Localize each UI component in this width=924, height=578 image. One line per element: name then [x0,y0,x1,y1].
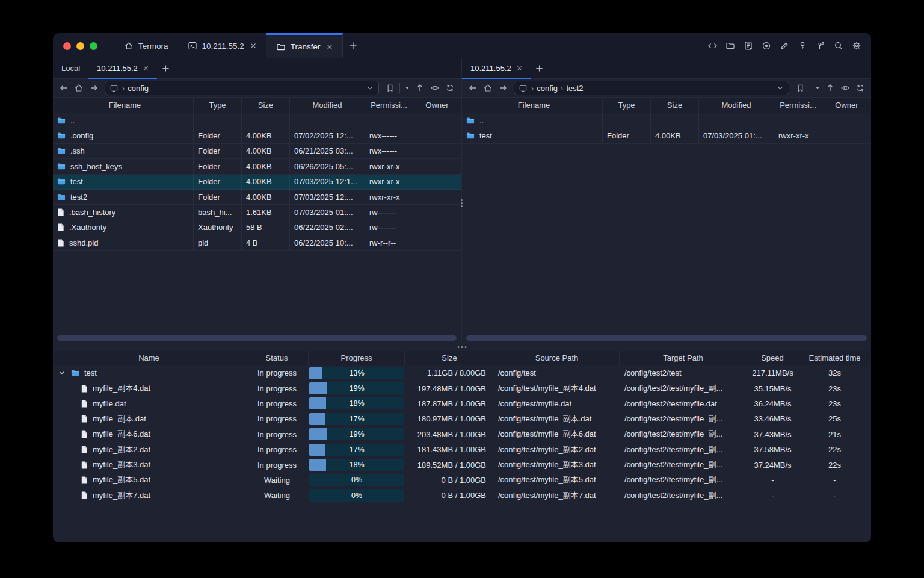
minimize-window-button[interactable] [76,42,84,50]
log-icon[interactable] [741,39,756,53]
tab-host[interactable]: 10.211.55.2 [178,33,266,58]
transfer-row[interactable]: myfile_副本4.datIn progress19%197.48MB / 1… [53,381,871,396]
settings-icon[interactable] [849,39,864,53]
file-row[interactable]: ssh_host_keysFolder4.00KB06/26/2025 05:.… [53,159,461,174]
column-header[interactable]: Modified [290,98,365,113]
column-header[interactable]: Target Path [620,351,747,365]
eye-icon[interactable] [428,81,442,95]
file-row[interactable]: testFolder4.00KB07/03/2025 12:1...rwxr-x… [53,175,461,190]
tab-local[interactable]: Local [53,58,88,78]
file-row[interactable]: .. [462,113,871,128]
transfer-row[interactable]: myfile_副本6.datIn progress19%203.48MB / 1… [53,427,871,442]
transfer-row[interactable]: myfile.datIn progress18%187.87MB / 1.00G… [53,396,871,411]
column-header[interactable]: Modified [699,98,774,113]
transfer-row[interactable]: myfile_副本2.datIn progress17%181.43MB / 1… [53,442,871,457]
column-header[interactable]: Progress [309,351,405,365]
file-row[interactable]: .XauthorityXauthority58 B06/22/2025 02:.… [53,220,461,235]
close-icon[interactable] [250,43,256,49]
horizontal-scrollbar[interactable] [57,335,457,341]
refresh-icon[interactable] [443,81,457,95]
path-input[interactable]: ›config›test2 [514,81,789,95]
caret-down-icon[interactable] [403,81,411,95]
chevron-down-icon[interactable] [58,369,66,377]
home-icon[interactable] [481,81,494,95]
column-header[interactable]: Filename [462,98,603,113]
tab-remote-host[interactable]: 10.211.55.2 [462,58,531,78]
record-icon[interactable] [759,39,774,53]
search-icon[interactable] [831,39,846,53]
column-header[interactable]: Type [194,98,242,113]
column-header[interactable]: Type [603,98,651,113]
transfer-row[interactable]: testIn progress13%1.11GB / 8.00GB/config… [53,365,871,381]
column-header[interactable]: Permissi... [365,98,413,113]
transfer-name: myfile.dat [93,399,126,408]
tab-transfer[interactable]: Transfer [266,33,343,58]
column-header[interactable]: Size [242,98,290,113]
file-row[interactable]: .configFolder4.00KB07/02/2025 12:...rwx-… [53,128,461,143]
column-header[interactable]: Source Path [494,351,620,365]
eye-icon[interactable] [839,81,852,95]
file-row[interactable]: .. [53,113,461,128]
close-window-button[interactable] [63,42,71,50]
back-icon[interactable] [466,81,479,95]
transfer-row[interactable]: myfile_副本5.datWaiting0%0 B / 1.00GB/conf… [53,473,871,488]
file-row[interactable]: testFolder4.00KB07/03/2025 01:...rwxr-xr… [462,128,871,143]
home-icon[interactable] [72,81,85,95]
tab-termora[interactable]: Termora [114,33,178,58]
transfer-row[interactable]: myfile_副本.datIn progress17%180.97MB / 1.… [53,411,871,426]
horizontal-scrollbar[interactable] [466,335,867,341]
file-row[interactable]: sshd.pidpid4 B06/22/2025 10:...rw-r--r-- [53,235,461,250]
new-panel-tab-button[interactable] [157,58,175,78]
caret-down-icon[interactable] [813,81,822,95]
path-input[interactable]: ›config [105,81,379,95]
new-tab-button[interactable] [343,33,363,58]
upload-icon[interactable] [413,81,427,95]
code-icon[interactable] [705,39,719,53]
column-header[interactable]: Estimated time [798,351,871,365]
folder-icon[interactable] [723,39,738,53]
column-header[interactable]: Size [651,98,699,113]
chevron-down-icon[interactable] [776,84,784,92]
column-header[interactable]: Owner [413,98,461,113]
transfer-row[interactable]: myfile_副本7.datWaiting0%0 B / 1.00GB/conf… [53,488,871,503]
file-row[interactable]: .sshFolder4.00KB06/21/2025 03:...rwx----… [53,144,461,159]
chevron-down-icon[interactable] [366,84,374,92]
close-icon[interactable] [143,66,149,71]
column-header[interactable]: Owner [822,98,871,113]
column-header[interactable]: Name [53,351,245,365]
progress-bar: 0% [309,489,404,502]
refresh-icon[interactable] [854,81,867,95]
new-panel-tab-button[interactable] [531,58,549,78]
transfer-eta: 21s [798,427,871,442]
transfer-splitter[interactable] [53,344,871,351]
transfer-status: In progress [245,365,309,381]
column-header[interactable]: Status [245,351,309,365]
bookmark-icon[interactable] [383,81,396,95]
file-row[interactable]: .bash_historybash_hi...1.61KB07/03/2025 … [53,205,461,220]
forward-icon[interactable] [496,81,510,95]
close-icon[interactable] [327,44,333,50]
edit-icon[interactable] [777,39,792,53]
keychain-icon[interactable] [813,39,828,53]
back-icon[interactable] [57,81,70,95]
file-row[interactable]: test2Folder4.00KB07/03/2025 12:...rwxr-x… [53,190,461,205]
column-header[interactable]: Size [405,351,494,365]
zoom-window-button[interactable] [90,42,97,50]
path-segment[interactable]: test2 [566,84,583,93]
close-icon[interactable] [517,66,522,71]
file-table-header: Filename Type Size Modified Permissi... … [53,97,461,113]
column-header[interactable]: Speed [747,351,798,365]
column-header[interactable]: Filename [53,98,194,113]
transfer-name: myfile_副本4.dat [93,383,150,394]
transfer-row[interactable]: myfile_副本3.datIn progress18%189.52MB / 1… [53,457,871,472]
key-icon[interactable] [795,39,810,53]
forward-icon[interactable] [87,81,100,95]
path-segment[interactable]: config [128,84,149,93]
progress-bar: 17% [309,444,404,456]
progress-label: 0% [309,489,404,502]
bookmark-icon[interactable] [793,81,807,95]
upload-icon[interactable] [824,81,837,95]
column-header[interactable]: Permissi... [774,98,822,113]
path-segment[interactable]: config [537,84,558,93]
tab-remote-host[interactable]: 10.211.55.2 [88,58,157,78]
